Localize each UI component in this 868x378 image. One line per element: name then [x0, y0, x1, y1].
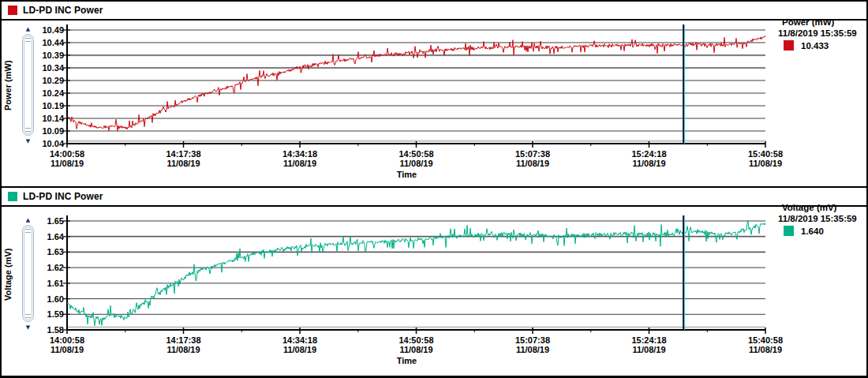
- x-tick-label: 14:34:1811/08/19: [267, 335, 333, 354]
- y-tick-label: 1.65: [29, 215, 64, 227]
- y-tick-label: 10.09: [29, 125, 64, 137]
- power-chart-area: ▲ ▼ Power (mW) Time 10.4910.4410.3910.34…: [2, 21, 866, 186]
- y-tick-label: 10.29: [29, 74, 64, 87]
- x-tick-label: 14:50:5811/08/19: [383, 149, 450, 168]
- voltage-panel-header: LD-PD INC Power: [2, 188, 866, 207]
- voltage-panel: LD-PD INC Power ▲ ▼ Voltage (mV) Time 1.…: [2, 186, 866, 377]
- voltage-legend-value: 1.640: [801, 226, 824, 236]
- power-x-axis-label: Time: [383, 170, 431, 179]
- y-tick-label: 1.62: [29, 261, 64, 274]
- x-tick-label: 15:24:1811/08/19: [616, 149, 683, 168]
- x-tick-label: 15:07:3811/08/19: [499, 335, 566, 354]
- x-tick-label: 14:34:1811/08/19: [267, 149, 333, 168]
- power-panel-title: LD-PD INC Power: [23, 5, 103, 16]
- x-tick-label: 14:00:5811/08/19: [34, 335, 100, 354]
- y-tick-label: 1.60: [29, 293, 64, 305]
- power-panel-header: LD-PD INC Power: [2, 2, 866, 21]
- x-tick-label: 15:24:1811/08/19: [616, 335, 683, 354]
- power-panel: LD-PD INC Power ▲ ▼ Power (mW) Time 10.4…: [2, 2, 866, 186]
- y-tick-label: 10.24: [29, 87, 64, 99]
- x-tick-label: 14:50:5811/08/19: [383, 335, 450, 354]
- voltage-series-swatch-icon: [8, 192, 17, 201]
- x-tick-label: 14:17:3811/08/19: [151, 335, 217, 354]
- x-tick-label: 14:17:3811/08/19: [151, 149, 217, 168]
- power-legend-timestamp: 11/8/2019 15:35:59: [778, 28, 868, 38]
- y-tick-label: 10.19: [29, 99, 64, 112]
- x-tick-label: 15:40:5811/08/19: [732, 335, 799, 354]
- power-legend-swatch-icon: [784, 40, 794, 51]
- power-series-swatch-icon: [8, 6, 17, 15]
- voltage-x-axis-label: Time: [383, 356, 431, 365]
- voltage-panel-title: LD-PD INC Power: [23, 191, 103, 202]
- power-legend-axis: Power (mW): [782, 17, 868, 27]
- y-tick-label: 1.59: [29, 308, 64, 320]
- voltage-y-axis-label: Voltage (mV): [3, 217, 13, 331]
- power-legend: Power (mW) 11/8/2019 15:35:59 10.433: [778, 17, 868, 51]
- x-tick-label: 15:40:5811/08/19: [732, 149, 799, 168]
- y-tick-label: 10.34: [29, 62, 64, 74]
- y-tick-label: 1.61: [29, 277, 64, 290]
- y-tick-label: 10.04: [29, 137, 64, 150]
- y-tick-label: 10.44: [29, 36, 64, 49]
- chart-widget-frame: LD-PD INC Power ▲ ▼ Power (mW) Time 10.4…: [0, 0, 868, 378]
- voltage-legend: Voltage (mV) 11/8/2019 15:35:59 1.640: [778, 203, 868, 236]
- voltage-chart-area: ▲ ▼ Voltage (mV) Time 1.651.641.631.621.…: [2, 207, 866, 377]
- y-tick-label: 1.64: [29, 230, 64, 243]
- power-y-axis-label: Power (mW): [3, 26, 13, 145]
- y-tick-label: 10.14: [29, 112, 64, 125]
- y-tick-label: 10.39: [29, 49, 64, 62]
- voltage-legend-swatch-icon: [784, 226, 794, 236]
- cursor-line[interactable]: [683, 24, 685, 144]
- power-series-line: [67, 36, 765, 131]
- cursor-line[interactable]: [683, 215, 685, 330]
- voltage-legend-timestamp: 11/8/2019 15:35:59: [778, 214, 868, 223]
- y-tick-label: 10.49: [29, 24, 64, 36]
- power-legend-value: 10.433: [801, 41, 829, 51]
- voltage-plot[interactable]: [61, 215, 767, 336]
- y-tick-label: 1.58: [29, 324, 64, 336]
- x-tick-label: 15:07:3811/08/19: [499, 149, 566, 168]
- power-plot[interactable]: [61, 24, 767, 150]
- voltage-legend-axis: Voltage (mV): [782, 203, 868, 212]
- x-tick-label: 14:00:5811/08/19: [34, 149, 100, 168]
- y-tick-label: 1.63: [29, 245, 64, 258]
